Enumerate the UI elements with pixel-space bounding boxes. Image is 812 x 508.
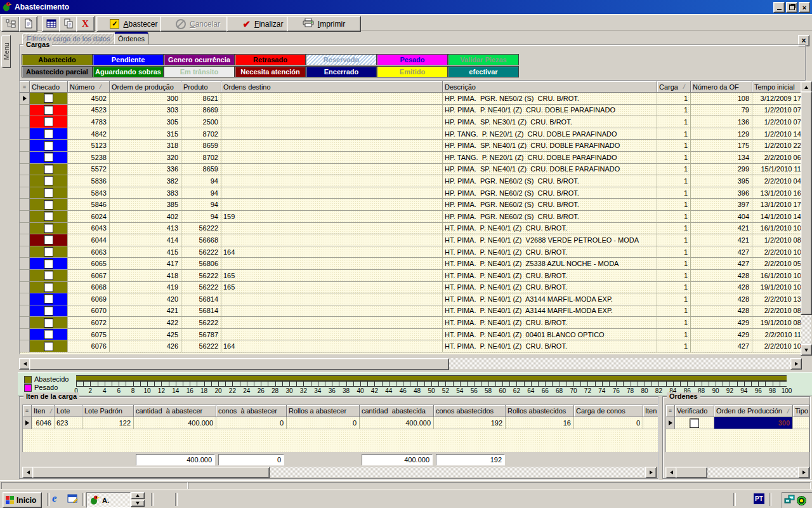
column-header-iten[interactable]: Iten/ [32, 405, 55, 417]
column-header-carga-de-conos[interactable]: Carga de conos [574, 405, 643, 417]
column-header-verificado[interactable]: Verificado [675, 405, 714, 417]
column-header-lote[interactable]: Lote [55, 405, 82, 417]
column-header-numero-da-of[interactable]: Número da OF [691, 81, 752, 93]
status-color-cell[interactable] [30, 140, 68, 152]
row-checkbox[interactable] [44, 224, 53, 233]
table-row[interactable]: 48423158702HP. TANG. P. NE20/1 (Z) CRU. … [20, 128, 801, 140]
active-task-button[interactable]: A. [86, 492, 131, 508]
tree-view-button[interactable] [1, 16, 20, 32]
column-header-produto[interactable]: Produto [181, 81, 221, 93]
status-color-cell[interactable] [30, 340, 68, 352]
scroll-down-button[interactable] [801, 344, 812, 356]
status-color-cell[interactable] [30, 246, 68, 258]
orden-produccion-cell[interactable]: 300 [714, 417, 793, 429]
row-checkbox[interactable] [44, 235, 53, 244]
status-color-cell[interactable] [30, 317, 68, 329]
status-legend-encerrado[interactable]: Encerrado [306, 66, 377, 77]
status-color-cell[interactable] [30, 152, 68, 164]
column-header-ordens-destino[interactable]: Ordens destino [221, 81, 443, 93]
status-color-cell[interactable] [30, 270, 68, 282]
status-color-cell[interactable] [30, 175, 68, 187]
status-legend-em-transito[interactable]: Em trânsito [164, 66, 235, 77]
status-color-cell[interactable] [30, 199, 68, 211]
status-legend-abastecido[interactable]: Abastecido [22, 54, 93, 65]
status-legend-efectivar[interactable]: efectivar [448, 66, 519, 77]
column-header-descricao[interactable]: Descrição [443, 81, 657, 93]
column-header-cantidad-abastecida[interactable]: cantidad abastecida [360, 405, 434, 417]
imprimir-button[interactable]: Imprimir [287, 16, 361, 32]
column-header-tempo-inicial[interactable]: Tempo inicial [752, 81, 801, 93]
column-header-rollos-a-abastecer[interactable]: Rollos a abastecer [287, 405, 360, 417]
iten-grid[interactable]: ≡Iten/LoteLote Padróncantidad à abastece… [22, 404, 658, 452]
table-row[interactable]: 602440294159HP. PIMA. PGR. NE60/2 (S) CR… [20, 211, 801, 223]
column-header-carga[interactable]: Carga/ [657, 81, 691, 93]
column-header-rollos-abastecidos[interactable]: Rollos abastecidos [506, 405, 574, 417]
column-header-orden-de-produccion[interactable]: Orden de Producción/ [714, 405, 793, 417]
status-legend-reservado[interactable]: Reservado [306, 54, 377, 65]
tray-status-icon[interactable] [797, 496, 806, 505]
ordenes-horizontal-scrollbar[interactable] [665, 467, 808, 477]
iten-scroll-thumb[interactable] [32, 467, 270, 478]
status-legend-validar-piezas[interactable]: Validar Piezas [448, 54, 519, 65]
column-header-iten[interactable]: Iten [643, 405, 658, 417]
table-row[interactable]: 606341556222164HT. PIMA. P. NE40/1 (Z) C… [20, 246, 801, 258]
status-legend-aguardando-sobras[interactable]: Aguardando sobras [93, 66, 164, 77]
status-color-cell[interactable] [30, 282, 68, 294]
start-button[interactable]: Inicio [3, 492, 42, 508]
table-row[interactable]: 607642656222164HT. PIMA. P. NE40/1 (Z) C… [20, 340, 801, 352]
status-color-cell[interactable] [30, 116, 68, 128]
row-checkbox[interactable] [44, 211, 53, 221]
status-legend-necesita-atencion[interactable]: Necesita atención [235, 66, 306, 77]
horizontal-scroll-thumb[interactable] [29, 358, 449, 370]
table-row[interactable]: 584338394HP. PIMA. PGR. NE60/2 (S) CRU. … [20, 187, 801, 199]
iten-horizontal-scrollbar[interactable] [22, 467, 655, 477]
table-row[interactable]: 52383208702HP. TANG. P. NE20/1 (Z) CRU. … [20, 152, 801, 164]
spinner-up-button[interactable] [131, 492, 145, 499]
table-row[interactable]: 55723368659HP. PIMA. SP. NE40/1 (Z) CRU.… [20, 164, 801, 176]
tab-ordenes[interactable]: Órdenes [114, 32, 148, 44]
ordenes-grid[interactable]: ≡VerificadoOrden de Producción/Tipo d 30… [665, 404, 809, 452]
grid-vertical-scrollbar[interactable] [801, 81, 811, 354]
row-checkbox[interactable] [44, 141, 53, 150]
table-row[interactable]: 47833052500HP. PIMA. SP. NE30/1 (Z) CRU.… [20, 116, 801, 128]
row-checkbox[interactable] [44, 176, 53, 185]
status-legend-abastecido-parcial[interactable]: Abastecido parcial [22, 66, 93, 77]
column-header-tipo-d[interactable]: Tipo d [793, 405, 809, 417]
table-row[interactable]: 604441456668HT. PIMA. P. NE40/1 (Z) V268… [20, 234, 801, 246]
table-row[interactable]: 45023008621HP. PIMA. PGR. NE50/2 (S) CRU… [20, 93, 801, 105]
column-header-ordem-de-producao[interactable]: Ordem de produção [110, 81, 181, 93]
menu-side-tab[interactable]: Menu [1, 35, 11, 68]
row-checkbox[interactable] [44, 283, 53, 292]
status-color-cell[interactable] [30, 258, 68, 270]
table-row[interactable]: 606841956222165HT. PIMA. P. NE40/1 (Z) C… [20, 282, 801, 294]
status-color-cell[interactable] [30, 93, 68, 105]
status-color-cell[interactable] [30, 234, 68, 246]
table-row[interactable]: 606541756806HT. PIMA. P. NE40/1 (Z) Z533… [20, 258, 801, 270]
table-row[interactable]: 606741856222165HT. PIMA. P. NE40/1 (Z) C… [20, 270, 801, 282]
grid-view-button[interactable] [42, 16, 60, 32]
table-row[interactable]: 45233038669HP. PIMA. P. NE40/1 (Z) CRU. … [20, 105, 801, 117]
grid-horizontal-scrollbar[interactable] [19, 358, 801, 369]
status-legend-pendiente[interactable]: Pendiente [93, 54, 164, 65]
column-header-numero[interactable]: Número/ [68, 81, 110, 93]
language-indicator[interactable]: PT [754, 493, 764, 504]
row-checkbox[interactable] [44, 188, 53, 197]
status-color-cell[interactable] [30, 164, 68, 176]
status-legend-retrasado[interactable]: Retrasado [235, 54, 306, 65]
row-checkbox[interactable] [44, 330, 53, 339]
table-row[interactable]: 51233188659HP. PIMA. SP. NE40/1 (Z) CRU.… [20, 140, 801, 152]
status-legend-genero-ocurrencia[interactable]: Genero ocurrência [164, 54, 235, 65]
cancelar-button[interactable]: Cancelar [160, 16, 236, 32]
scroll-right-button[interactable] [790, 358, 802, 370]
status-color-cell[interactable] [30, 329, 68, 341]
column-header-conos-abastecidos[interactable]: conos abastecidos [434, 405, 506, 417]
column-header-checado[interactable]: Checado [30, 81, 68, 93]
status-color-cell[interactable] [30, 293, 68, 305]
status-color-cell[interactable] [30, 223, 68, 235]
row-checkbox[interactable] [44, 105, 53, 115]
taskbar-spinner[interactable] [131, 492, 143, 507]
row-checkbox[interactable] [44, 342, 53, 351]
table-row[interactable]: 604341356222HT. PIMA. P. NE40/1 (Z) CRU.… [20, 223, 801, 235]
table-row[interactable]: 607542556787HT. PIMA. P. NE40/1 (Z) 0040… [20, 329, 801, 341]
vertical-scroll-thumb[interactable] [801, 91, 812, 315]
